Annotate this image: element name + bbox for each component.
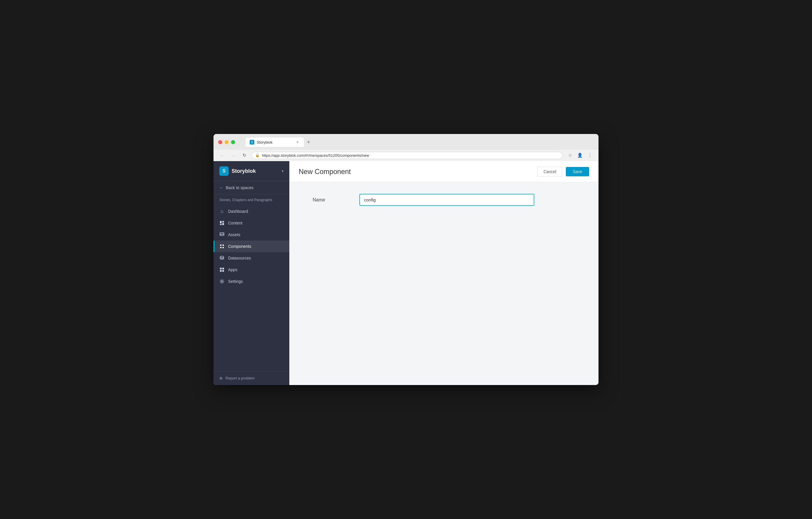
tab-title: Storyblok bbox=[257, 140, 293, 144]
address-bar[interactable]: 🔒 https://app.storyblok.com/#!/me/spaces… bbox=[252, 152, 563, 159]
tab-icon-letter: S bbox=[251, 141, 253, 144]
svg-point-9 bbox=[223, 247, 224, 248]
app-content: S Storyblok ▾ ← Back to spaces Stories, … bbox=[213, 161, 599, 385]
sidebar-item-dashboard[interactable]: ⌂ Dashboard bbox=[213, 206, 289, 217]
name-form-row: Name bbox=[313, 194, 575, 206]
main-content: New Component Cancel Save Name bbox=[289, 161, 599, 385]
svg-rect-1 bbox=[222, 221, 224, 222]
profile-icon: 👤 bbox=[577, 153, 583, 158]
content-label: Content bbox=[228, 221, 242, 225]
sidebar-brand-name: Storyblok bbox=[232, 168, 279, 174]
svg-rect-13 bbox=[220, 270, 222, 272]
star-icon: ☆ bbox=[568, 153, 572, 158]
sidebar-item-assets[interactable]: Assets bbox=[213, 229, 289, 241]
new-tab-button[interactable]: + bbox=[304, 138, 313, 146]
browser-window: S Storyblok × + ← → ↻ 🔒 https://app.sto bbox=[213, 134, 599, 385]
sidebar-item-settings[interactable]: Settings bbox=[213, 276, 289, 287]
sidebar-item-components[interactable]: Components bbox=[213, 241, 289, 252]
traffic-light-close[interactable] bbox=[218, 140, 222, 144]
menu-button[interactable]: ⋮ bbox=[586, 151, 594, 159]
logo-letter: S bbox=[223, 168, 226, 174]
form-area: Name bbox=[289, 182, 599, 385]
name-label: Name bbox=[313, 197, 348, 202]
sidebar-item-content[interactable]: Content bbox=[213, 217, 289, 229]
sidebar: S Storyblok ▾ ← Back to spaces Stories, … bbox=[213, 161, 289, 385]
toolbar-actions: ☆ 👤 ⋮ bbox=[566, 151, 594, 159]
refresh-nav-icon: ↻ bbox=[243, 153, 246, 158]
url-text: https://app.storyblok.com/#!/me/spaces/5… bbox=[262, 153, 559, 158]
profile-button[interactable]: 👤 bbox=[576, 151, 584, 159]
svg-point-15 bbox=[221, 281, 223, 282]
svg-rect-11 bbox=[220, 268, 222, 269]
report-icon: ⊕ bbox=[219, 376, 223, 380]
storyblok-tab-icon: S bbox=[250, 140, 254, 144]
sidebar-item-datasources[interactable]: Datasources bbox=[213, 252, 289, 264]
save-button[interactable]: Save bbox=[566, 167, 589, 176]
assets-icon bbox=[219, 232, 225, 237]
svg-point-6 bbox=[220, 245, 222, 246]
traffic-light-maximize[interactable] bbox=[231, 140, 235, 144]
tab-close-button[interactable]: × bbox=[295, 140, 300, 144]
datasources-icon bbox=[219, 255, 225, 261]
traffic-light-minimize[interactable] bbox=[225, 140, 229, 144]
settings-icon bbox=[219, 279, 225, 284]
svg-rect-2 bbox=[222, 223, 224, 225]
lock-icon: 🔒 bbox=[255, 153, 260, 157]
back-nav-icon: ← bbox=[220, 153, 225, 158]
sidebar-dropdown-icon[interactable]: ▾ bbox=[282, 169, 284, 173]
forward-nav-button[interactable]: → bbox=[229, 151, 237, 159]
menu-icon: ⋮ bbox=[588, 153, 592, 158]
name-input[interactable] bbox=[359, 194, 534, 206]
sidebar-item-apps[interactable]: Apps bbox=[213, 264, 289, 276]
svg-rect-0 bbox=[220, 221, 222, 223]
svg-point-7 bbox=[223, 245, 224, 246]
bookmark-button[interactable]: ☆ bbox=[566, 151, 574, 159]
components-icon bbox=[219, 244, 225, 249]
sidebar-nav: ⌂ Dashboard Content bbox=[213, 204, 289, 371]
svg-rect-14 bbox=[222, 270, 224, 272]
assets-label: Assets bbox=[228, 233, 240, 237]
svg-point-5 bbox=[223, 233, 224, 234]
apps-label: Apps bbox=[228, 267, 237, 272]
datasources-label: Datasources bbox=[228, 256, 251, 261]
sidebar-back-to-spaces[interactable]: ← Back to spaces bbox=[213, 181, 289, 194]
dashboard-icon: ⌂ bbox=[219, 209, 225, 214]
sidebar-logo: S bbox=[219, 166, 229, 176]
content-icon bbox=[219, 220, 225, 226]
header-actions: Cancel Save bbox=[537, 167, 589, 176]
back-arrow-icon: ← bbox=[219, 185, 224, 190]
report-label: Report a problem bbox=[226, 376, 255, 380]
back-to-spaces-label: Back to spaces bbox=[226, 185, 254, 190]
tab-bar: S Storyblok × + bbox=[241, 137, 594, 147]
report-problem-link[interactable]: ⊕ Report a problem bbox=[219, 376, 284, 380]
forward-nav-icon: → bbox=[231, 153, 236, 158]
refresh-nav-button[interactable]: ↻ bbox=[240, 151, 249, 159]
back-nav-button[interactable]: ← bbox=[218, 151, 226, 159]
apps-icon bbox=[219, 267, 225, 272]
browser-titlebar: S Storyblok × + bbox=[213, 134, 599, 149]
cancel-button[interactable]: Cancel bbox=[537, 167, 562, 176]
browser-toolbar: ← → ↻ 🔒 https://app.storyblok.com/#!/me/… bbox=[213, 149, 599, 161]
sidebar-header: S Storyblok ▾ bbox=[213, 161, 289, 181]
main-header: New Component Cancel Save bbox=[289, 161, 599, 182]
sidebar-footer: ⊕ Report a problem bbox=[213, 371, 289, 385]
svg-rect-12 bbox=[222, 268, 224, 269]
components-label: Components bbox=[228, 244, 251, 249]
sidebar-workspace-label: Stories, Chapters and Paragraphs bbox=[213, 194, 289, 204]
svg-rect-3 bbox=[220, 224, 222, 225]
settings-label: Settings bbox=[228, 279, 243, 284]
browser-chrome: S Storyblok × + ← → ↻ 🔒 https://app.sto bbox=[213, 134, 599, 161]
dashboard-label: Dashboard bbox=[228, 209, 248, 214]
traffic-lights bbox=[218, 140, 235, 144]
browser-tab-storyblok[interactable]: S Storyblok × bbox=[245, 137, 304, 147]
page-title: New Component bbox=[299, 168, 351, 176]
svg-point-8 bbox=[220, 247, 222, 248]
svg-point-10 bbox=[220, 256, 224, 258]
